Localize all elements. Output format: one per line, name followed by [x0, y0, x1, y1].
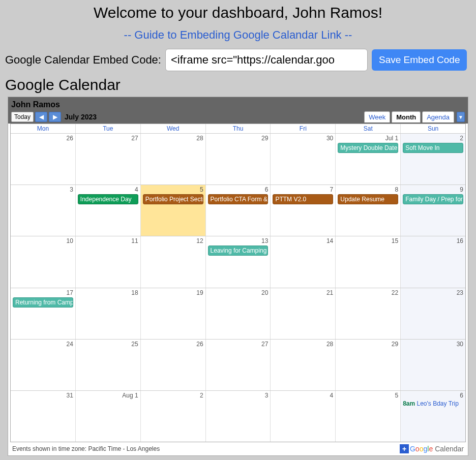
guide-link[interactable]: -- Guide to Embeding Google Calandar Lin…	[0, 23, 476, 49]
day-cell[interactable]: 10	[11, 236, 76, 287]
google-calendar-badge[interactable]: + Google Calendar	[400, 444, 464, 453]
date-number: 31	[13, 392, 73, 399]
dow-cell: Wed	[141, 124, 206, 133]
timed-event[interactable]: 8am Leo's Bday Trip	[403, 400, 463, 407]
date-number: 2	[403, 135, 463, 142]
date-number: 12	[143, 237, 203, 244]
date-number: 29	[338, 341, 398, 348]
day-cell[interactable]: 31	[11, 391, 76, 442]
date-number: 26	[13, 135, 73, 142]
date-number: 8	[338, 186, 398, 193]
embed-code-input[interactable]	[165, 49, 368, 71]
event[interactable]: Update Resume	[338, 194, 398, 204]
date-number: 25	[78, 341, 138, 348]
day-cell[interactable]: 18	[76, 288, 141, 339]
day-cell[interactable]: 23	[401, 288, 465, 339]
day-cell[interactable]: 5Portfolio Project Section	[141, 185, 206, 236]
day-cell[interactable]: 9Family Day / Prep for ca	[401, 185, 465, 236]
day-cell[interactable]: 6Portfolio CTA Form & De	[206, 185, 271, 236]
event[interactable]: Soft Move In	[403, 143, 463, 153]
calendar-header: John Ramos Today ◀ ▶ July 2023 Week Mont…	[8, 97, 468, 124]
day-cell[interactable]: 28	[141, 134, 206, 185]
day-cell[interactable]: 25	[76, 340, 141, 390]
day-cell[interactable]: 2Soft Move In	[401, 134, 465, 185]
event[interactable]: Portfolio Project Section	[143, 194, 203, 204]
day-cell[interactable]: 19	[141, 288, 206, 339]
event[interactable]: Family Day / Prep for ca	[403, 194, 463, 204]
day-cell[interactable]: 2	[141, 391, 206, 442]
day-cell[interactable]: Aug 1	[76, 391, 141, 442]
day-cell[interactable]: 26	[141, 340, 206, 390]
event[interactable]: Mystery Double Date	[338, 143, 398, 153]
week-row: 2627282930Jul 1Mystery Double Date2Soft …	[11, 134, 465, 185]
date-number: 29	[208, 135, 269, 142]
calendar-footer: Events shown in time zone: Pacific Time …	[8, 442, 468, 455]
prev-button[interactable]: ◀	[35, 112, 47, 122]
save-embed-button[interactable]: Save Embed Code	[372, 49, 467, 71]
event[interactable]: PTTM V2.0	[273, 194, 333, 204]
day-cell[interactable]: 20	[206, 288, 271, 339]
day-cell[interactable]: 13Leaving for Camping	[206, 236, 271, 287]
day-cell[interactable]: 4Independence Day	[76, 185, 141, 236]
day-cell[interactable]: 29	[206, 134, 271, 185]
day-cell[interactable]: 5	[336, 391, 401, 442]
date-number: 28	[143, 135, 203, 142]
day-cell[interactable]: 3	[11, 185, 76, 236]
embed-row: Google Calendar Embed Code: Save Embed C…	[0, 49, 476, 74]
date-number: 7	[273, 186, 333, 193]
date-number: 21	[273, 289, 333, 296]
date-number: 2	[143, 392, 203, 399]
date-number: 10	[13, 237, 73, 244]
day-cell[interactable]: 30	[271, 134, 336, 185]
date-number: 30	[273, 135, 333, 142]
dow-row: MonTueWedThuFriSatSun	[11, 124, 465, 134]
date-number: 5	[338, 392, 398, 399]
day-cell[interactable]: 15	[336, 236, 401, 287]
google-logo: Google	[410, 445, 433, 453]
day-cell[interactable]: 68am Leo's Bday Trip	[401, 391, 465, 442]
day-cell[interactable]: 22	[336, 288, 401, 339]
day-cell[interactable]: 24	[11, 340, 76, 390]
date-number: 11	[78, 237, 138, 244]
view-tab-month[interactable]: Month	[392, 111, 421, 122]
day-cell[interactable]: 11	[76, 236, 141, 287]
view-tab-agenda[interactable]: Agenda	[422, 111, 454, 122]
day-cell[interactable]: 26	[11, 134, 76, 185]
day-cell[interactable]: 29	[336, 340, 401, 390]
today-button[interactable]: Today	[11, 112, 34, 122]
timezone-label: Events shown in time zone: Pacific Time …	[12, 445, 160, 452]
day-cell[interactable]: 14	[271, 236, 336, 287]
day-cell[interactable]: 27	[76, 134, 141, 185]
day-cell[interactable]: Jul 1Mystery Double Date	[336, 134, 401, 185]
day-cell[interactable]: 30	[401, 340, 465, 390]
day-cell[interactable]: 12	[141, 236, 206, 287]
calendar-body: MonTueWedThuFriSatSun 2627282930Jul 1Mys…	[10, 124, 466, 442]
day-cell[interactable]: 16	[401, 236, 465, 287]
calendar-word: Calendar	[435, 445, 464, 453]
event[interactable]: Portfolio CTA Form & De	[208, 194, 269, 204]
date-number: 27	[208, 341, 269, 348]
view-dropdown-button[interactable]: ▼	[457, 112, 465, 122]
day-cell[interactable]: 21	[271, 288, 336, 339]
event[interactable]: Returning from Camping	[13, 297, 73, 308]
day-cell[interactable]: 7PTTM V2.0	[271, 185, 336, 236]
day-cell[interactable]: 27	[206, 340, 271, 390]
date-number: 23	[403, 289, 463, 296]
chevron-right-icon: ▶	[53, 113, 57, 120]
date-number: 26	[143, 341, 203, 348]
next-button[interactable]: ▶	[49, 112, 61, 122]
event[interactable]: Independence Day	[78, 194, 138, 204]
day-cell[interactable]: 3	[206, 391, 271, 442]
date-number: 18	[78, 289, 138, 296]
view-tab-week[interactable]: Week	[364, 111, 390, 122]
calendar-heading: Google Calendar	[0, 74, 476, 97]
date-number: 3	[13, 186, 73, 193]
date-number: 13	[208, 237, 269, 244]
day-cell[interactable]: 28	[271, 340, 336, 390]
day-cell[interactable]: 17Returning from Camping	[11, 288, 76, 339]
dow-cell: Thu	[206, 124, 271, 133]
day-cell[interactable]: 8Update Resume	[336, 185, 401, 236]
dow-cell: Fri	[271, 124, 336, 133]
event[interactable]: Leaving for Camping	[208, 246, 269, 256]
day-cell[interactable]: 4	[271, 391, 336, 442]
